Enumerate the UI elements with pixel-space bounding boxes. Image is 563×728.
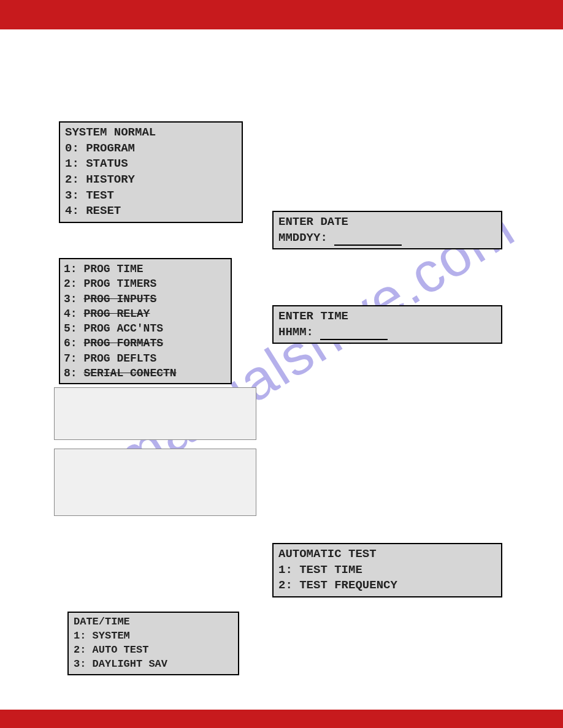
panel-auto-test: AUTOMATIC TEST 1: TEST TIME 2: TEST FREQ…: [272, 543, 502, 597]
menu-item: 5: PROG ACC'NTS: [64, 321, 227, 336]
menu-item: 2: TEST FREQUENCY: [278, 578, 496, 594]
menu-item: 7: PROG DEFLTS: [64, 351, 227, 366]
panel-empty-1: [54, 387, 256, 440]
panel-enter-date: ENTER DATE MMDDYY:: [272, 211, 502, 249]
panel-title: DATE/TIME: [74, 615, 233, 629]
panel-title: ENTER TIME: [278, 309, 496, 325]
date-input-line[interactable]: [334, 233, 402, 246]
panel-prog-menu: 1: PROG TIME 2: PROG TIMERS 3: PROG INPU…: [59, 258, 232, 384]
menu-item: 1: PROG TIME: [64, 262, 227, 276]
menu-item: 3: PROG INPUTS: [64, 292, 227, 306]
menu-item: 1: STATUS: [65, 156, 237, 172]
field-row: MMDDYY:: [278, 230, 496, 246]
panel-title: ENTER DATE: [278, 214, 496, 230]
menu-item: 3: DAYLIGHT SAV: [74, 658, 233, 672]
menu-item: 4: PROG RELAY: [64, 306, 227, 321]
menu-item: 2: HISTORY: [65, 172, 237, 188]
panel-empty-2: [54, 449, 256, 516]
menu-item: 3: TEST: [65, 188, 237, 204]
menu-item: 1: SYSTEM: [74, 629, 233, 643]
panel-system-normal: SYSTEM NORMAL 0: PROGRAM 1: STATUS 2: HI…: [59, 121, 243, 223]
panel-enter-time: ENTER TIME HHMM:: [272, 305, 502, 344]
menu-item: 2: AUTO TEST: [74, 643, 233, 658]
menu-item: 1: TEST TIME: [278, 563, 496, 578]
page-content: manualshive.com SYSTEM NORMAL 0: PROGRAM…: [0, 29, 563, 728]
field-label: MMDDYY:: [278, 231, 327, 245]
menu-item: 2: PROG TIMERS: [64, 276, 227, 291]
panel-title: AUTOMATIC TEST: [278, 547, 496, 563]
header-bar: [0, 0, 563, 29]
panel-date-time: DATE/TIME 1: SYSTEM 2: AUTO TEST 3: DAYL…: [67, 612, 239, 675]
panel-title: SYSTEM NORMAL: [65, 125, 237, 141]
menu-item: 8: SERIAL CONECTN: [64, 366, 227, 381]
field-label: HHMM:: [278, 325, 313, 339]
time-input-line[interactable]: [320, 327, 388, 340]
footer-bar: [0, 710, 563, 728]
field-row: HHMM:: [278, 325, 496, 341]
menu-item: 4: RESET: [65, 203, 237, 219]
menu-item: 6: PROG FORMATS: [64, 336, 227, 351]
menu-item: 0: PROGRAM: [65, 141, 237, 157]
